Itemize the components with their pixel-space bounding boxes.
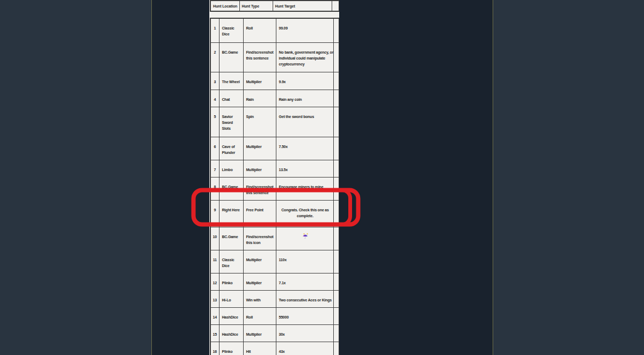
- row-check-cell: [333, 137, 339, 160]
- hunt-target-cell: 30x: [276, 324, 333, 342]
- hunt-type-cell: Rain: [243, 90, 276, 107]
- hunt-target-cell: Encourage miners to mine: [276, 177, 333, 200]
- header-row: Hunt Location Hunt Type Hunt Target: [210, 1, 339, 11]
- row-check-cell: [333, 342, 339, 355]
- row-number-cell: 10: [210, 227, 219, 250]
- hunt-target-cell: Congrats. Check this one as complete.: [276, 200, 333, 227]
- hunt-location-cell: Hi-Lo: [219, 290, 243, 307]
- row-check-cell: [333, 324, 339, 342]
- header-check-column: [332, 1, 339, 11]
- row-number-cell: 1: [210, 18, 219, 42]
- row-check-cell: [333, 160, 339, 177]
- hunt-location-cell: Classic Dice: [219, 18, 243, 42]
- table-row: 7LimboMultiplier13.5x: [210, 160, 339, 177]
- row-check-cell: [333, 90, 339, 107]
- hunt-location-cell: Plinko: [219, 342, 243, 355]
- hunt-type-cell: Find/screenshot this icon: [243, 227, 276, 250]
- hunt-table: 1Classic DiceRoll99.092BC.GameFind/scree…: [210, 18, 339, 355]
- hunt-location-cell: BC.Game: [219, 177, 243, 200]
- hunt-target-cell: 43x: [276, 342, 333, 355]
- hunt-target-cell: 9.9x: [276, 72, 333, 90]
- table-row: 15HashDiceMultiplier30x: [210, 324, 339, 342]
- hunt-target-cell: No bank, government agency, or individua…: [276, 42, 333, 72]
- row-number-cell: 3: [210, 72, 219, 90]
- hunt-table-body: 1Classic DiceRoll99.092BC.GameFind/scree…: [210, 18, 339, 355]
- hunt-location-cell: Limbo: [219, 160, 243, 177]
- hunt-type-cell: Multiplier: [243, 72, 276, 90]
- hunt-type-cell: Roll: [243, 307, 276, 324]
- table-row: 5Savior Sword SlotsSpinGet the sword bon…: [210, 107, 339, 137]
- hunt-location-cell: Plinko: [219, 273, 243, 290]
- document-page: Hunt Location Hunt Type Hunt Target 1Cla…: [209, 0, 339, 355]
- row-check-cell: [333, 273, 339, 290]
- header-hunt-location: Hunt Location: [210, 1, 239, 11]
- left-panel: [0, 0, 152, 355]
- hunt-location-cell: Chat: [219, 90, 243, 107]
- right-panel: [493, 0, 644, 355]
- row-number-cell: 14: [210, 307, 219, 324]
- row-check-cell: [333, 177, 339, 200]
- hunt-table-header: Hunt Location Hunt Type Hunt Target: [210, 0, 339, 12]
- table-row: 10BC.GameFind/screenshot this icon☂✦✦: [210, 227, 339, 250]
- header-hunt-target: Hunt Target: [273, 1, 332, 11]
- hunt-type-cell: Hit: [243, 342, 276, 355]
- hunt-target-cell: 110x: [276, 250, 333, 273]
- hunt-type-cell: Roll: [243, 18, 276, 42]
- hunt-target-cell: Two consecutive Aces or Kings: [276, 290, 333, 307]
- row-number-cell: 13: [210, 290, 219, 307]
- hunt-location-cell: BC.Game: [219, 42, 243, 72]
- row-number-cell: 15: [210, 324, 219, 342]
- row-number-cell: 7: [210, 160, 219, 177]
- hunt-location-cell: HashDice: [219, 324, 243, 342]
- hunt-type-cell: Find/screenshot this sentence: [243, 42, 276, 72]
- table-row: 11Classic DiceMultiplier110x: [210, 250, 339, 273]
- hunt-target-cell: 99.09: [276, 18, 333, 42]
- table-row: 16PlinkoHit43x: [210, 342, 339, 355]
- row-check-cell: [333, 18, 339, 42]
- row-number-cell: 11: [210, 250, 219, 273]
- hunt-type-cell: Free Point: [243, 200, 276, 227]
- row-check-cell: [333, 42, 339, 72]
- hunt-location-cell: Right Here: [219, 200, 243, 227]
- table-row: 6Cave of PlunderMultiplier7.50x: [210, 137, 339, 160]
- hunt-type-cell: Spin: [243, 107, 276, 137]
- row-number-cell: 8: [210, 177, 219, 200]
- row-check-cell: [333, 250, 339, 273]
- table-row: 2BC.GameFind/screenshot this sentenceNo …: [210, 42, 339, 72]
- hunt-location-cell: The Wheel: [219, 72, 243, 90]
- table-row: 9Right HereFree PointCongrats. Check thi…: [210, 200, 339, 227]
- screen: Hunt Location Hunt Type Hunt Target 1Cla…: [0, 0, 644, 355]
- table-row: 12PlinkoMultiplier7.1x: [210, 273, 339, 290]
- hunt-type-cell: Multiplier: [243, 273, 276, 290]
- row-number-cell: 5: [210, 107, 219, 137]
- table-row: 8BC.GameFind/screenshot this sentenceEnc…: [210, 177, 339, 200]
- row-check-cell: [333, 227, 339, 250]
- hunt-location-cell: BC.Game: [219, 227, 243, 250]
- row-check-cell: [333, 107, 339, 137]
- row-number-cell: 16: [210, 342, 219, 355]
- table-row: 1Classic DiceRoll99.09: [210, 18, 339, 42]
- row-number-cell: 9: [210, 200, 219, 227]
- row-check-cell: [333, 307, 339, 324]
- table-row: 4ChatRainRain any coin: [210, 90, 339, 107]
- table-row: 13Hi-LoWin withTwo consecutive Aces or K…: [210, 290, 339, 307]
- hunt-type-cell: Multiplier: [243, 324, 276, 342]
- hunt-location-cell: Cave of Plunder: [219, 137, 243, 160]
- hunt-target-cell: 7.50x: [276, 137, 333, 160]
- row-check-cell: [333, 72, 339, 90]
- hunt-target-cell: 55000: [276, 307, 333, 324]
- row-check-cell: [333, 290, 339, 307]
- row-number-cell: 4: [210, 90, 219, 107]
- hunt-type-cell: Multiplier: [243, 160, 276, 177]
- row-number-cell: 12: [210, 273, 219, 290]
- hunt-target-cell: 7.1x: [276, 273, 333, 290]
- row-number-cell: 6: [210, 137, 219, 160]
- hunt-location-cell: HashDice: [219, 307, 243, 324]
- hunt-location-cell: Savior Sword Slots: [219, 107, 243, 137]
- hunt-target-cell: Rain any coin: [276, 90, 333, 107]
- hunt-type-cell: Multiplier: [243, 137, 276, 160]
- row-check-cell: [333, 200, 339, 227]
- sparkles-icon: ✦✦: [303, 231, 310, 237]
- hunt-type-cell: Win with: [243, 290, 276, 307]
- hunt-type-cell: Find/screenshot this sentence: [243, 177, 276, 200]
